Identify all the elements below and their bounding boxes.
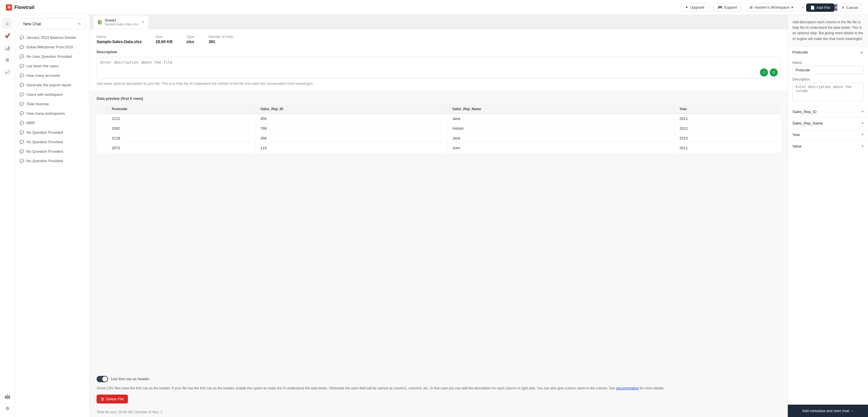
file-tab-icon: 📗 bbox=[97, 20, 102, 25]
chat-bubble-icon: 💬 bbox=[20, 140, 24, 144]
toggle-circle bbox=[102, 377, 107, 382]
chat-item-payroll[interactable]: 💬 Generate the payroll report bbox=[15, 80, 89, 90]
chat-bubble-icon: 💬 bbox=[20, 35, 24, 40]
meta-type: Type: xlsx bbox=[186, 35, 194, 44]
file-info-area: Name: Sample-Sales-Data.xlsx Size: 28.69… bbox=[90, 29, 787, 92]
col-accordion-header-sales-rep-name[interactable]: Sales_Rep_Name ▾ bbox=[788, 118, 868, 129]
description-textarea[interactable] bbox=[97, 57, 781, 79]
ai-icon-1[interactable]: ⬡ bbox=[760, 68, 768, 77]
toggle-row: Use first row as header bbox=[90, 373, 787, 386]
chat-item-workspace-users[interactable]: 💬 Users with workspace bbox=[15, 90, 89, 99]
add-file-icon: 📄 bbox=[810, 5, 815, 10]
workspace-button[interactable]: ⊞ Hashim's Workspace ▾ bbox=[746, 3, 797, 11]
plus-icon: + bbox=[802, 5, 804, 10]
file-panel: 📗 Sheet1 Sample-Sales-Data.xlsx ✕ Name: … bbox=[90, 15, 787, 417]
chat-item-january[interactable]: 💬 January 2023 Balance Details bbox=[15, 33, 89, 42]
icon-sidebar: ⌂ 🚀 📊 ⊞ 📈 🤖 ⚙ bbox=[0, 15, 15, 417]
chat-bubble-icon: 💬 bbox=[20, 130, 24, 135]
preview-label: Data preview (first 5 rows) bbox=[97, 96, 781, 101]
topnav: ⊞ Flowtrail ✦ Upgrade 🎮 Support ⊞ Hashim… bbox=[0, 0, 868, 15]
tab-file-name: Sample-Sales-Data.xlsx bbox=[104, 23, 138, 26]
col-header-sales-rep-id: Sales_Rep_ID bbox=[255, 105, 447, 114]
postcode-name-input[interactable] bbox=[793, 66, 863, 75]
col-header-year: Year bbox=[675, 105, 781, 114]
chat-bubble-icon: 💬 bbox=[20, 111, 24, 116]
chat-item-no-q-3[interactable]: 💬 No Question Provided bbox=[15, 147, 89, 156]
support-button[interactable]: 🎮 Support bbox=[713, 3, 742, 11]
col-accordion-postcode: Postcode ▲ Name: Description: bbox=[788, 47, 868, 106]
chat-item-dubai[interactable]: 💬 Dubai Milestones Post-2010 bbox=[15, 42, 89, 52]
col-header-postcode: Postcode bbox=[107, 105, 256, 114]
cancel-button[interactable]: ✕ Cancel bbox=[837, 3, 862, 12]
sidebar-chart-icon[interactable]: 📊 bbox=[2, 42, 13, 53]
chat-bubble-icon: 💬 bbox=[20, 149, 24, 154]
tab-close-icon[interactable]: ✕ bbox=[142, 20, 145, 24]
file-meta: Name: Sample-Sales-Data.xlsx Size: 28.69… bbox=[97, 35, 781, 44]
sidebar-rocket-icon[interactable]: 🚀 bbox=[2, 30, 13, 41]
meta-size: Size: 28.69 KB bbox=[155, 35, 173, 44]
col-accordion-header-sales-rep-id[interactable]: Sales_Rep_ID ▾ bbox=[788, 106, 868, 117]
delete-icon: 🗑 bbox=[101, 397, 104, 401]
chat-item-no-q-1[interactable]: 💬 No Question Provided bbox=[15, 128, 89, 137]
col-accordion-sales-rep-id: Sales_Rep_ID ▾ bbox=[788, 106, 868, 118]
upgrade-button[interactable]: ✦ Upgrade bbox=[681, 3, 709, 11]
meta-name: Name: Sample-Sales-Data.xlsx bbox=[97, 35, 142, 44]
sidebar-table-icon[interactable]: ⊞ bbox=[2, 55, 13, 65]
logo-icon: ⊞ bbox=[6, 4, 12, 11]
col-accordion-body-postcode: Name: Description: bbox=[788, 61, 868, 106]
top-right-actions: 📄 Add File ✕ Cancel bbox=[806, 0, 868, 15]
support-icon: 🎮 bbox=[718, 5, 722, 9]
chat-bubble-icon: 💬 bbox=[20, 45, 24, 49]
col-accordion-header-value[interactable]: Value ▾ bbox=[788, 141, 868, 152]
add-metadata-button[interactable]: Add metadata and start chat → bbox=[788, 405, 868, 417]
sidebar-robot-icon[interactable]: 🤖 bbox=[2, 391, 13, 401]
chat-bubble-icon: 💬 bbox=[20, 73, 24, 78]
chevron-down-icon: ▾ bbox=[862, 121, 863, 125]
chat-bubble-icon: 💬 bbox=[20, 159, 24, 163]
chat-bubble-icon: 💬 bbox=[20, 83, 24, 87]
delete-btn-wrap: 🗑 Delete File bbox=[90, 394, 787, 407]
chat-bubble-icon: 💬 bbox=[20, 102, 24, 106]
table-row: 2121 456 Jane 2011 bbox=[97, 114, 781, 124]
chat-item-mrr[interactable]: 💬 MRR bbox=[15, 118, 89, 128]
chat-item-no-user-q[interactable]: 💬 No User Question Provided bbox=[15, 52, 89, 61]
table-row: 2073 123 John 2011 bbox=[97, 143, 781, 153]
first-row-header-toggle[interactable] bbox=[97, 376, 108, 382]
tab-bar: 📗 Sheet1 Sample-Sales-Data.xlsx ✕ bbox=[90, 15, 787, 29]
description-label: Description bbox=[97, 50, 781, 54]
cancel-icon: ✕ bbox=[842, 5, 845, 10]
chat-item-workspaces[interactable]: 💬 How many workspaces bbox=[15, 109, 89, 118]
chat-item-no-q-2[interactable]: 💬 No Question Provided bbox=[15, 137, 89, 147]
col-accordion-header-year[interactable]: Year ▾ bbox=[788, 129, 868, 140]
delete-file-button[interactable]: 🗑 Delete File bbox=[97, 394, 128, 404]
workspace-icon: ⊞ bbox=[750, 5, 753, 9]
col-header-sales-rep-name: Sales_Rep_Name bbox=[447, 105, 675, 114]
postcode-desc-textarea[interactable] bbox=[793, 83, 863, 101]
sidebar-home-icon[interactable]: ⌂ bbox=[2, 19, 13, 29]
col-accordion-header-postcode[interactable]: Postcode ▲ bbox=[788, 47, 868, 58]
chat-bubble-icon: 💬 bbox=[20, 64, 24, 68]
edit-icon: ✎ bbox=[78, 22, 81, 26]
main-layout: ⌂ 🚀 📊 ⊞ 📈 🤖 ⚙ New Chat ✎ 💬 January 2023 … bbox=[0, 15, 868, 417]
new-chat-label: New Chat bbox=[23, 22, 41, 26]
chat-item-how-many-accounts[interactable]: 💬 How many accounts bbox=[15, 71, 89, 80]
chevron-down-icon: ▾ bbox=[862, 110, 863, 114]
chat-bubble-icon: 💬 bbox=[20, 92, 24, 97]
right-panel-tooltip: Add description each column in the file … bbox=[788, 15, 868, 47]
add-file-button[interactable]: 📄 Add File bbox=[806, 3, 834, 12]
first-row-notice: Some CSV files have the first row as the… bbox=[90, 386, 787, 394]
col-accordion-year: Year ▾ bbox=[788, 129, 868, 141]
chat-item-total-revenue[interactable]: 💬 Total revenue bbox=[15, 99, 89, 109]
sidebar-bar-icon[interactable]: 📈 bbox=[2, 67, 13, 77]
chat-item-list-users[interactable]: 💬 List down the users bbox=[15, 61, 89, 71]
main-content: 📗 Sheet1 Sample-Sales-Data.xlsx ✕ Name: … bbox=[90, 15, 868, 417]
chat-item-no-q-4[interactable]: 💬 No Question Provided bbox=[15, 156, 89, 166]
table-row: 2092 789 Ashish 2012 bbox=[97, 124, 781, 133]
new-chat-button[interactable]: New Chat ✎ bbox=[19, 19, 86, 29]
documentation-link[interactable]: documentation bbox=[616, 386, 639, 390]
ai-icon-2[interactable]: G bbox=[770, 68, 778, 77]
app-name: Flowtrail bbox=[14, 5, 34, 10]
file-tab[interactable]: 📗 Sheet1 Sample-Sales-Data.xlsx ✕ bbox=[93, 15, 149, 29]
chat-sidebar: New Chat ✎ 💬 January 2023 Balance Detail… bbox=[15, 15, 90, 417]
sidebar-settings-icon[interactable]: ⚙ bbox=[2, 403, 13, 414]
